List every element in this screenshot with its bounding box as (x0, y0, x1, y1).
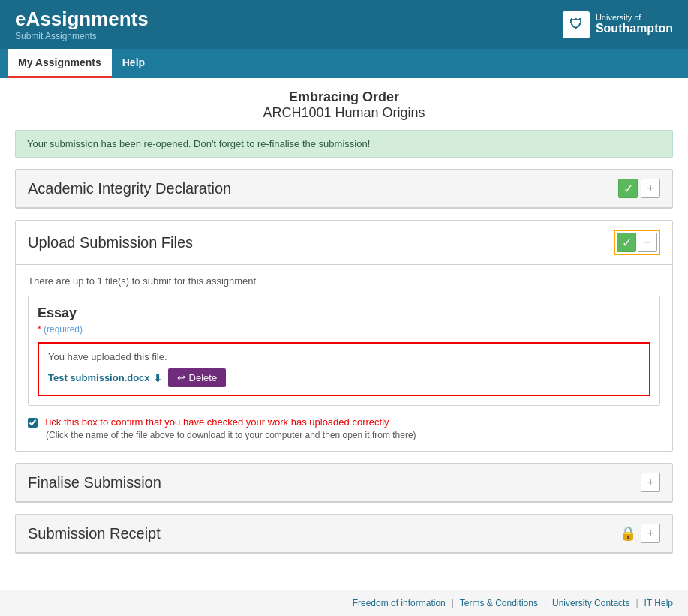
file-name-label: Test submission.docx (48, 372, 150, 383)
section-receipt: Submission Receipt 🔒 + (15, 514, 673, 554)
section-receipt-header[interactable]: Submission Receipt 🔒 + (16, 515, 672, 553)
delete-button[interactable]: ↩ Delete (168, 368, 227, 387)
university-of-label: University of (596, 14, 673, 22)
finalise-section-icons: + (641, 473, 660, 492)
download-icon: ⬇ (153, 372, 162, 384)
upload-section-icons-highlighted: ✓ − (614, 230, 660, 255)
file-actions: Test submission.docx ⬇ ↩ Delete (48, 368, 640, 387)
main-content: Embracing Order ARCH1001 Human Origins Y… (0, 78, 688, 576)
required-text: (required) (44, 324, 83, 335)
confirm-checkbox-sublabel: (Click the name of the file above to dow… (46, 430, 660, 440)
nav-bar: My Assignments Help (0, 49, 688, 78)
section-finalise-title: Finalise Submission (28, 474, 161, 491)
footer-freedom-link[interactable]: Freedom of information (353, 598, 446, 608)
nav-item-my-assignments[interactable]: My Assignments (8, 49, 112, 78)
confirm-checkbox-row: Tick this box to confirm that you have c… (28, 416, 660, 428)
page-titles: Embracing Order ARCH1001 Human Origins (15, 89, 673, 121)
university-name: Southampton (596, 22, 673, 35)
nav-item-help[interactable]: Help (112, 49, 155, 78)
file-count-text: There are up to 1 file(s) to submit for … (28, 275, 660, 287)
section-academic-integrity-header[interactable]: Academic Integrity Declaration ✓ + (16, 170, 672, 208)
delete-icon: ↩ (177, 372, 185, 383)
header-left: eAssignments Submit Assignments (15, 8, 149, 41)
receipt-expand-icon[interactable]: + (641, 524, 660, 543)
confirm-checkbox-label[interactable]: Tick this box to confirm that you have c… (44, 416, 389, 428)
essay-title: Essay (38, 305, 650, 321)
page-title-main: Embracing Order (15, 89, 673, 105)
app-title: eAssignments (15, 8, 149, 31)
reopened-alert: Your submission has been re-opened. Don'… (15, 130, 673, 158)
upload-check-icon[interactable]: ✓ (617, 233, 636, 252)
upload-collapse-icon[interactable]: − (638, 233, 657, 252)
finalise-expand-icon[interactable]: + (641, 473, 660, 492)
section-upload-submission: Upload Submission Files ✓ − There are up… (15, 220, 673, 452)
section-academic-integrity-title: Academic Integrity Declaration (28, 180, 231, 197)
section-finalise-header[interactable]: Finalise Submission + (16, 464, 672, 502)
page-title-sub: ARCH1001 Human Origins (15, 105, 673, 121)
upload-confirm-box: You have uploaded this file. Test submis… (38, 342, 650, 396)
submit-subtitle: Submit Assignments (15, 31, 149, 41)
confirm-checkbox[interactable] (28, 418, 38, 428)
essay-block: Essay * (required) You have uploaded thi… (28, 296, 660, 406)
section-upload-title: Upload Submission Files (28, 234, 193, 251)
confirm-checkbox-area: Tick this box to confirm that you have c… (28, 416, 660, 440)
section-receipt-title: Submission Receipt (28, 525, 161, 542)
section-academic-integrity-icons: ✓ + (618, 179, 660, 198)
required-star: * (38, 324, 41, 335)
section-academic-integrity: Academic Integrity Declaration ✓ + (15, 169, 673, 209)
upload-confirm-text: You have uploaded this file. (48, 351, 640, 362)
footer: Freedom of information | Terms & Conditi… (0, 590, 688, 616)
footer-contacts-link[interactable]: University Contacts (552, 598, 629, 608)
delete-label: Delete (189, 372, 218, 383)
upload-section-body: There are up to 1 file(s) to submit for … (16, 265, 672, 451)
academic-integrity-check-icon[interactable]: ✓ (618, 179, 638, 198)
confirm-text: Tick this box to confirm that you have c… (44, 416, 389, 428)
header: eAssignments Submit Assignments 🛡 Univer… (0, 0, 688, 49)
section-upload-header[interactable]: Upload Submission Files ✓ − (16, 221, 672, 265)
university-name-block: University of Southampton (596, 14, 673, 35)
receipt-lock-icon: 🔒 (618, 524, 638, 543)
receipt-section-icons: 🔒 + (618, 524, 660, 543)
footer-ithelp-link[interactable]: IT Help (644, 598, 673, 608)
section-finalise: Finalise Submission + (15, 463, 673, 503)
required-label: * (required) (38, 324, 650, 335)
university-shield-icon: 🛡 (563, 11, 590, 38)
footer-terms-link[interactable]: Terms & Conditions (460, 598, 538, 608)
file-download-link[interactable]: Test submission.docx ⬇ (48, 372, 162, 384)
university-logo: 🛡 University of Southampton (563, 11, 673, 38)
academic-integrity-expand-icon[interactable]: + (641, 179, 660, 198)
